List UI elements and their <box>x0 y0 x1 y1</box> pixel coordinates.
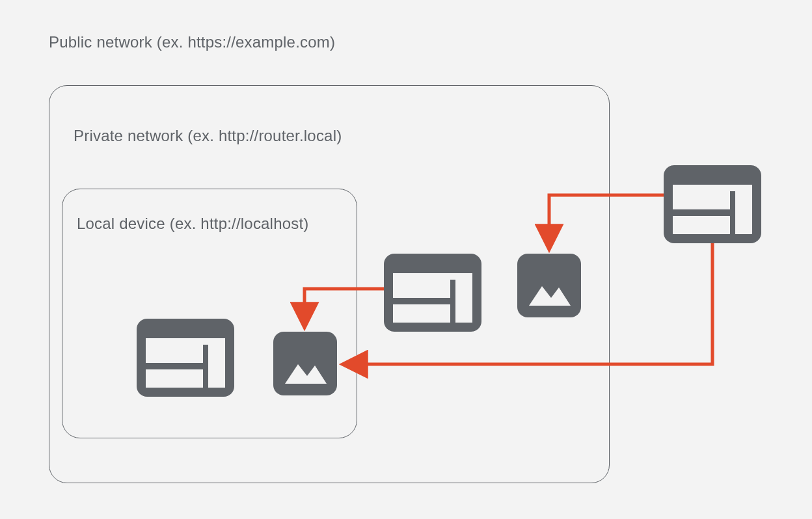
svg-rect-16 <box>146 363 203 369</box>
svg-rect-8 <box>455 280 472 323</box>
svg-rect-13 <box>146 338 225 345</box>
local-browser-icon <box>137 319 234 397</box>
local-device-label: Local device (ex. http://localhost) <box>77 215 309 233</box>
public-network-label: Public network (ex. https://example.com) <box>49 33 335 51</box>
private-network-label: Private network (ex. http://router.local… <box>74 127 342 145</box>
svg-rect-3 <box>735 191 752 234</box>
local-image-icon <box>273 332 337 395</box>
svg-rect-10 <box>517 254 581 317</box>
private-browser-icon <box>384 254 481 332</box>
public-browser-icon <box>664 165 761 243</box>
svg-rect-1 <box>673 185 752 191</box>
diagram-stage: Public network (ex. https://example.com)… <box>0 0 812 519</box>
private-image-icon <box>517 254 581 317</box>
svg-rect-6 <box>393 273 472 280</box>
svg-rect-15 <box>208 345 225 388</box>
svg-rect-17 <box>273 332 337 395</box>
svg-rect-9 <box>393 298 450 304</box>
svg-rect-4 <box>673 209 730 216</box>
